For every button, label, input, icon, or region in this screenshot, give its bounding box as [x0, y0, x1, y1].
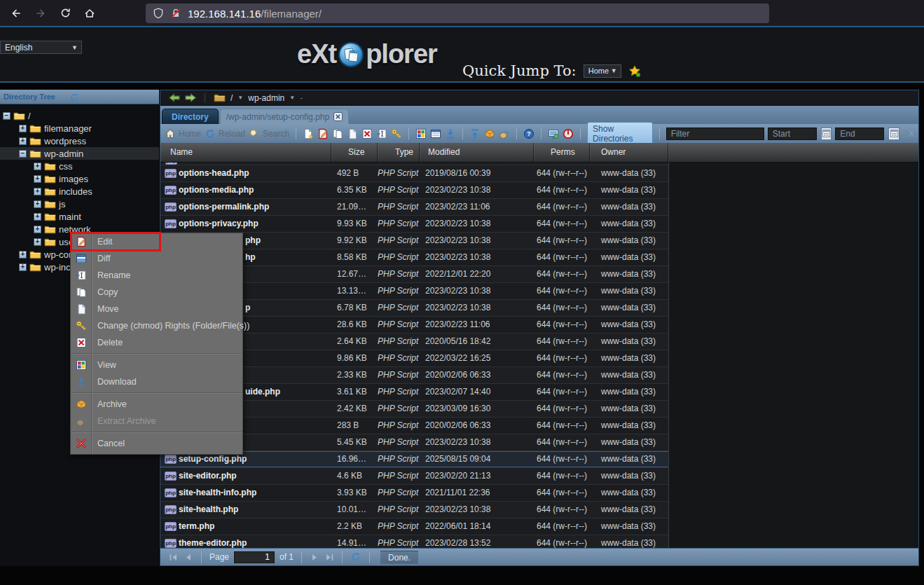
column-header-type[interactable]: Type [378, 143, 420, 162]
tree-expand-icon[interactable]: + [19, 263, 27, 271]
table-row[interactable]: phpoptions-media.php6.35 KBPHP Script202… [160, 182, 668, 199]
extract-button[interactable] [499, 128, 510, 139]
download-button[interactable] [445, 128, 456, 139]
column-header-size[interactable]: Size [331, 143, 378, 162]
move-button[interactable] [347, 128, 358, 139]
upload-button[interactable] [469, 128, 481, 139]
end-date-input[interactable] [835, 128, 884, 140]
tree-expand-icon[interactable]: + [34, 163, 41, 170]
clear-filter-button[interactable]: X [909, 129, 914, 139]
chmod-button[interactable] [391, 128, 402, 139]
tree-item-root[interactable]: −/ [0, 109, 159, 122]
tab-setup-config[interactable]: /wp-admin/setup-config.php [220, 109, 349, 124]
column-header-modified[interactable]: Modified [420, 143, 534, 162]
column-header-perms[interactable]: Perms [534, 143, 590, 162]
close-icon[interactable] [333, 112, 343, 121]
last-page-icon[interactable] [324, 553, 334, 562]
tree-expand-icon[interactable]: + [34, 238, 41, 246]
breadcrumb-current[interactable]: wp-admin [248, 93, 284, 103]
search-button[interactable]: Search [249, 128, 289, 139]
tree-item-filemanager[interactable]: +filemanager [0, 122, 159, 135]
column-header-owner[interactable]: Owner [590, 143, 668, 162]
browser-home-button[interactable] [79, 3, 100, 24]
url-bar[interactable]: 192.168.141.16/filemanager/ [146, 4, 769, 23]
table-row[interactable]: phpsite-health-info.php3.93 KBPHP Script… [160, 485, 668, 502]
end-calendar-button[interactable] [888, 128, 899, 140]
reload-button[interactable]: Reload [205, 128, 245, 139]
menu-item-chmod[interactable]: Change (chmod) Rights (Folder/File(s)) [71, 317, 242, 334]
tree-item-css[interactable]: +css [0, 160, 159, 172]
table-row[interactable]: phpsite-editor.php4.6 KBPHP Script2023/0… [160, 468, 668, 485]
next-page-icon[interactable] [310, 553, 319, 562]
tree-expand-icon[interactable]: + [19, 125, 27, 132]
table-row[interactable]: phptheme-editor.php14.91…PHP Script2023/… [160, 535, 668, 548]
list-view-button[interactable] [430, 128, 441, 139]
page-number-input[interactable] [234, 551, 275, 563]
menu-item-move[interactable]: Move [71, 301, 242, 317]
menu-item-download[interactable]: Download [71, 373, 242, 390]
delete-button[interactable] [361, 128, 373, 139]
icons-view-button[interactable] [415, 128, 427, 139]
prev-page-icon[interactable] [184, 553, 193, 562]
tree-item-wp-admin[interactable]: −wp-admin [0, 147, 159, 160]
menu-item-rename[interactable]: Rename [71, 267, 242, 284]
menu-item-view[interactable]: View [71, 357, 242, 373]
status-text: Done. [380, 551, 418, 564]
menu-item-copy[interactable]: Copy [71, 284, 242, 301]
tree-collapse-icon[interactable]: − [3, 112, 11, 120]
tree-item-images[interactable]: +images [0, 172, 159, 185]
rename-button[interactable] [376, 128, 387, 139]
nav-back-icon[interactable] [169, 93, 180, 102]
tree-item-wordpress[interactable]: +wordpress [0, 135, 159, 147]
menu-item-diff[interactable]: Diff [71, 250, 242, 267]
menu-item-archive[interactable]: Archive [71, 396, 242, 413]
start-calendar-button[interactable] [821, 128, 832, 140]
new-file-button[interactable] [303, 128, 314, 139]
first-page-icon[interactable] [169, 553, 179, 562]
menu-item-cancel[interactable]: Cancel [71, 435, 242, 452]
tree-expand-icon[interactable]: + [34, 188, 41, 195]
refresh-icon[interactable] [350, 551, 361, 563]
copy-button[interactable] [332, 128, 343, 139]
filter-input[interactable] [666, 128, 764, 140]
file-modified: 2023/02/23 11:06 [420, 317, 534, 333]
table-row[interactable]: phpoptions-privacy.php9.93 KBPHP Script2… [160, 216, 668, 233]
edit-button[interactable] [317, 128, 329, 139]
chevron-down-icon[interactable]: ▼ [289, 95, 295, 101]
table-row[interactable]: phpterm.php2.2 KBPHP Script2022/06/01 18… [160, 518, 668, 535]
tree-expand-icon[interactable]: + [19, 137, 27, 145]
show-directories-button[interactable]: Show Directories [587, 122, 653, 146]
table-row[interactable]: phpoptions-head.php492 BPHP Script2019/0… [160, 165, 668, 182]
menu-item-delete[interactable]: Delete [71, 334, 242, 351]
column-header-name[interactable]: Name [160, 143, 331, 162]
tree-expand-icon[interactable]: + [34, 175, 41, 183]
help-button[interactable]: ? [523, 128, 535, 139]
archive-button[interactable] [484, 128, 495, 139]
tree-item-includes[interactable]: +includes [0, 185, 159, 198]
favorite-star-icon[interactable] [628, 65, 641, 77]
tree-expand-icon[interactable]: + [34, 226, 41, 233]
breadcrumb-root[interactable]: / [230, 93, 233, 103]
tab-directory[interactable]: Directory [162, 109, 219, 124]
file-owner: www-data (33) [590, 401, 668, 417]
tree-refresh-icon[interactable] [69, 92, 79, 102]
home-button[interactable]: Home [165, 128, 201, 139]
language-select[interactable]: English ▼ [0, 41, 82, 54]
start-date-input[interactable] [768, 128, 817, 140]
tree-item-maint[interactable]: +maint [0, 210, 159, 223]
browser-forward-button[interactable] [30, 3, 51, 24]
chevron-down-icon[interactable]: ▼ [237, 95, 243, 101]
quick-jump-select[interactable]: Home ▼ [584, 64, 621, 78]
logout-button[interactable] [563, 128, 574, 139]
tree-item-js[interactable]: +js [0, 198, 159, 210]
tree-expand-icon[interactable]: + [34, 200, 41, 208]
tree-expand-icon[interactable]: + [34, 213, 41, 221]
browser-back-button[interactable] [6, 3, 27, 24]
table-row[interactable]: phpoptions-permalink.php21.09…PHP Script… [160, 199, 668, 216]
tree-collapse-icon[interactable]: − [19, 150, 27, 158]
browser-reload-button[interactable] [55, 3, 76, 24]
admin-button[interactable] [548, 128, 559, 139]
tree-expand-icon[interactable]: + [19, 251, 27, 259]
nav-forward-icon[interactable] [185, 93, 196, 102]
table-row[interactable]: phpsite-health.php10.01…PHP Script2023/0… [160, 502, 668, 518]
